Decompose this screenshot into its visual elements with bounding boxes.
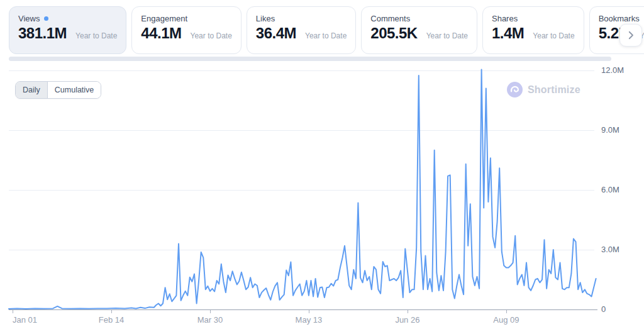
y-axis-tick-label: 0	[601, 304, 639, 315]
views-line-series	[9, 70, 597, 309]
scroll-next-button[interactable]	[619, 24, 642, 47]
x-axis-tick	[309, 310, 309, 313]
watermark: Shortimize	[507, 82, 580, 97]
x-axis-tick-label: Aug 09	[493, 315, 519, 325]
y-axis-tick-label: 6.0M	[601, 185, 639, 195]
shortimize-logo-icon	[507, 82, 523, 97]
granularity-toggle: DailyCumulative	[15, 81, 101, 99]
toggle-option-cumulative[interactable]: Cumulative	[47, 82, 101, 98]
x-axis-tick-label: Jan 01	[13, 315, 37, 325]
watermark-text: Shortimize	[528, 84, 580, 96]
x-axis-tick-label: May 13	[296, 315, 323, 325]
x-axis-tick	[13, 310, 13, 313]
x-axis-tick	[210, 310, 211, 313]
x-axis-line	[9, 309, 597, 310]
x-axis-tick	[111, 310, 112, 313]
views-chart: 12.0M9.0M6.0M3.0M0 Jan 01Feb 14Mar 30May…	[0, 0, 644, 334]
x-axis-tick-label: Feb 14	[99, 315, 124, 325]
x-axis-tick	[408, 310, 408, 313]
y-axis-tick-label: 12.0M	[601, 65, 639, 75]
analytics-dashboard: Views381.1MYear to DateEngagement44.1MYe…	[0, 0, 644, 334]
y-axis-tick-label: 3.0M	[601, 245, 639, 255]
x-axis-tick-label: Mar 30	[197, 315, 223, 325]
x-axis-tick	[506, 310, 507, 313]
x-axis-tick-label: Jun 26	[395, 315, 419, 325]
toggle-option-daily[interactable]: Daily	[16, 82, 47, 98]
y-axis-tick-label: 9.0M	[601, 125, 639, 135]
chevron-right-icon	[625, 30, 636, 41]
